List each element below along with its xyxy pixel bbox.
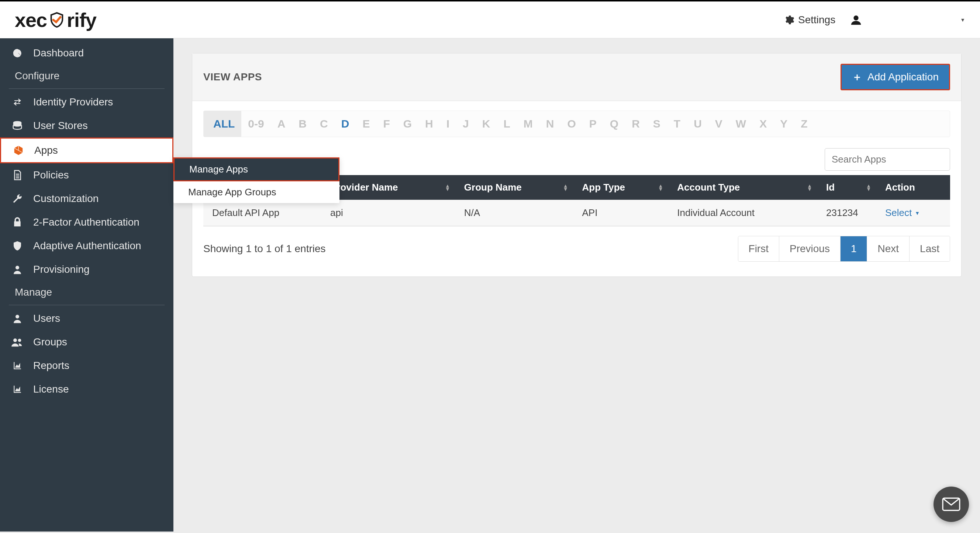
col-action: Action — [876, 175, 950, 200]
add-button-label: Add Application — [867, 71, 939, 83]
settings-button[interactable]: Settings — [783, 14, 835, 26]
settings-label: Settings — [798, 14, 835, 26]
sidebar-item-label: Customization — [33, 193, 99, 205]
wrench-icon — [11, 193, 24, 204]
sidebar-item-provisioning[interactable]: Provisioning — [0, 258, 173, 281]
add-application-button[interactable]: ＋ Add Application — [840, 64, 950, 90]
sidebar-item-2fa[interactable]: 2-Factor Authentication — [0, 211, 173, 234]
select-action[interactable]: Select ▼ — [885, 207, 920, 219]
plus-icon: ＋ — [852, 70, 862, 84]
entries-info: Showing 1 to 1 of 1 entries — [203, 243, 326, 255]
alpha-h[interactable]: H — [418, 111, 440, 137]
page-current[interactable]: 1 — [840, 236, 867, 261]
user-icon — [11, 313, 24, 324]
sidebar-item-label: 2-Factor Authentication — [33, 216, 140, 228]
sidebar-item-groups[interactable]: Groups — [0, 330, 173, 354]
sidebar-item-customization[interactable]: Customization — [0, 187, 173, 211]
user-menu[interactable]: ▼ — [850, 14, 965, 26]
alpha-p[interactable]: P — [582, 111, 603, 137]
alpha-d[interactable]: D — [335, 111, 356, 137]
sidebar-item-adaptive-auth[interactable]: Adaptive Authentication — [0, 234, 173, 258]
sidebar-item-label: Identity Providers — [33, 96, 113, 108]
lock-icon — [11, 217, 24, 228]
caret-down-icon: ▼ — [960, 17, 965, 23]
header-right: Settings ▼ — [783, 14, 965, 26]
col-id[interactable]: Id ▲▼ — [817, 175, 876, 200]
alpha-g[interactable]: G — [397, 111, 418, 137]
alpha-y[interactable]: Y — [773, 111, 794, 137]
sidebar-item-dashboard[interactable]: Dashboard — [0, 41, 173, 65]
sidebar-item-reports[interactable]: Reports — [0, 354, 173, 378]
page-next[interactable]: Next — [867, 236, 910, 261]
apps-flyout-menu: Manage Apps Manage App Groups — [173, 157, 339, 203]
alpha-f[interactable]: F — [376, 111, 396, 137]
flyout-manage-apps[interactable]: Manage Apps — [173, 157, 339, 181]
user-icon — [11, 264, 24, 275]
chat-button[interactable] — [934, 487, 969, 522]
cell-provider: api — [321, 200, 455, 226]
sidebar-item-user-stores[interactable]: User Stores — [0, 114, 173, 138]
user-icon — [850, 14, 862, 26]
alpha-n[interactable]: N — [539, 111, 561, 137]
sidebar-item-license[interactable]: License — [0, 378, 173, 401]
alpha-i[interactable]: I — [440, 111, 456, 137]
sidebar-item-users[interactable]: Users — [0, 307, 173, 330]
alpha-j[interactable]: J — [456, 111, 476, 137]
shield-icon — [48, 11, 65, 29]
chart-icon — [11, 361, 24, 370]
alpha-a[interactable]: A — [271, 111, 292, 137]
logo: xec rify — [15, 8, 96, 31]
alpha-u[interactable]: U — [687, 111, 708, 137]
alpha-o[interactable]: O — [560, 111, 582, 137]
main-content: VIEW APPS ＋ Add Application ALL 0-9 A B … — [173, 38, 980, 531]
alpha-0-9[interactable]: 0-9 — [241, 111, 270, 137]
table-row: Default API App api N/A API Individual A… — [203, 200, 950, 226]
page-first[interactable]: First — [738, 236, 779, 261]
alpha-t[interactable]: T — [667, 111, 687, 137]
alpha-k[interactable]: K — [476, 111, 497, 137]
sidebar-item-label: Reports — [33, 360, 69, 371]
cell-action: Select ▼ — [876, 200, 950, 226]
alpha-all[interactable]: ALL — [204, 111, 241, 137]
sidebar-item-label: Adaptive Authentication — [33, 240, 141, 252]
alpha-v[interactable]: V — [708, 111, 729, 137]
col-group-name[interactable]: Group Name ▲▼ — [455, 175, 573, 200]
sidebar-section-manage: Manage — [0, 281, 173, 303]
alpha-x[interactable]: X — [753, 111, 773, 137]
alpha-c[interactable]: C — [313, 111, 335, 137]
col-app-type[interactable]: App Type ▲▼ — [573, 175, 668, 200]
sidebar-item-policies[interactable]: Policies — [0, 163, 173, 187]
alpha-m[interactable]: M — [517, 111, 539, 137]
alpha-e[interactable]: E — [356, 111, 376, 137]
alpha-r[interactable]: R — [625, 111, 646, 137]
sidebar-item-label: Users — [33, 313, 60, 324]
alpha-s[interactable]: S — [646, 111, 667, 137]
sidebar-item-identity-providers[interactable]: Identity Providers — [0, 90, 173, 114]
users-icon — [11, 336, 24, 347]
cube-icon — [12, 145, 25, 156]
sidebar-item-apps[interactable]: Apps — [0, 138, 173, 163]
col-provider-name[interactable]: Provider Name ▲▼ — [321, 175, 455, 200]
exchange-icon — [11, 98, 24, 106]
document-icon — [11, 170, 24, 181]
col-account-type[interactable]: Account Type ▲▼ — [668, 175, 817, 200]
alpha-q[interactable]: Q — [603, 111, 625, 137]
sidebar-item-label: Dashboard — [33, 47, 84, 59]
alpha-w[interactable]: W — [729, 111, 753, 137]
page-previous[interactable]: Previous — [779, 236, 840, 261]
sort-icon: ▲▼ — [807, 184, 812, 191]
alpha-b[interactable]: B — [292, 111, 313, 137]
database-icon — [11, 120, 24, 131]
flyout-manage-app-groups[interactable]: Manage App Groups — [173, 181, 339, 203]
sort-icon: ▲▼ — [445, 184, 450, 191]
page-last[interactable]: Last — [910, 236, 950, 261]
sort-icon: ▲▼ — [563, 184, 568, 191]
gear-icon — [783, 14, 794, 25]
search-input[interactable] — [825, 148, 950, 171]
dashboard-icon — [11, 48, 24, 59]
alpha-l[interactable]: L — [496, 111, 517, 137]
top-header: xec rify Settings — [0, 2, 980, 38]
logo-text-left: xec — [15, 8, 47, 31]
chart-icon — [11, 384, 24, 394]
alpha-z[interactable]: Z — [794, 111, 814, 137]
